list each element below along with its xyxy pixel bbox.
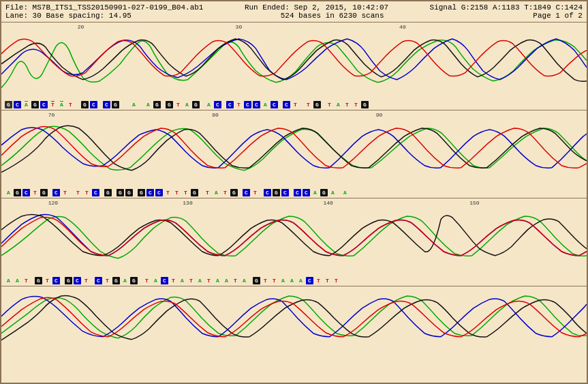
base: T [172,188,181,197]
base: C [52,188,61,197]
seq-row-3: A A T G T C G C T C T G A G T A C [1,276,587,286]
base: C [213,100,222,109]
base: C [73,276,82,285]
base: T [291,100,300,109]
ruler-1: 20 30 40 [1,24,587,33]
base: A [4,276,13,285]
base: A [178,276,187,285]
base: A [213,276,222,285]
base: C [22,188,31,197]
app-container: File: MS7B_ITS1_TSS20150901-027-0199_B04… [0,0,588,384]
base: G [116,188,125,197]
base: G [64,276,73,285]
seq-row-2: A G C T G C T T T C G G G G C C [1,188,587,198]
file-label: File: MS7B_ITS1_TSS20150901-027-0199_B04… [5,3,203,12]
tick-20: 20 [78,24,84,30]
base: T [221,188,230,197]
base: T [74,188,82,197]
base: C [146,188,155,197]
base: T [204,276,213,285]
header: File: MS7B_ITS1_TSS20150901-027-0199_B04… [1,1,587,23]
page-label: Page 1 of 2 [533,12,583,20]
base: T [66,100,75,109]
base: C [40,100,48,109]
base: G [34,276,43,285]
base: A [328,188,337,197]
base: A [261,100,270,109]
base: T [174,100,183,109]
base: G [13,188,22,197]
base: T [251,188,260,197]
base: C [155,188,164,197]
tick-40: 40 [399,24,406,30]
tick-150: 150 [469,200,479,206]
chromatogram-4 [1,289,587,351]
chromatogram-3 [1,209,587,271]
base: A [129,100,138,109]
base: T [169,276,178,285]
base: A [4,188,13,197]
base: T [142,276,151,285]
base: T [323,276,332,285]
base: G [191,100,200,109]
tick-140: 140 [323,200,332,206]
tick-80: 80 [212,112,219,118]
base: G [360,100,369,109]
run-label: Run Ended: Sep 2, 2015, 10:42:07 [245,3,388,12]
base: T [181,188,190,197]
base: T [203,188,212,197]
base: C [281,188,290,197]
panel-4 [1,286,587,374]
base: G [125,188,134,197]
seq-row-1: G C A G C T A T G C C G A A G G [1,100,587,110]
base: T [234,100,243,109]
base: A [144,100,153,109]
header-row-1: File: MS7B_ITS1_TSS20150901-027-0199_B04… [5,3,583,12]
base: A [296,276,305,285]
base: T [304,100,313,109]
base: A [222,276,231,285]
base: T [48,100,57,109]
base: T [31,188,40,197]
base: C [252,100,261,109]
base: T [352,100,360,109]
base: C [282,100,291,109]
base: T [82,188,91,197]
chromatogram-1 [1,33,587,95]
base: A [13,276,22,285]
base: T [43,276,52,285]
tick-30: 30 [236,24,243,30]
base: G [313,100,322,109]
base: C [226,100,234,109]
base: G [230,188,238,197]
base: A [212,188,221,197]
base: A [204,100,213,109]
base: G [4,100,13,109]
ruler-3: 120 130 140 150 [1,200,587,209]
tick-90: 90 [376,112,383,118]
base: T [343,100,352,109]
base: G [40,188,48,197]
base: G [190,188,199,197]
base: G [104,188,112,197]
base: G [272,188,281,197]
base: C [91,188,100,197]
ruler-2: 70 80 90 [1,112,587,121]
base: C [243,100,252,109]
base: A [121,276,129,285]
base: T [270,276,279,285]
base: C [102,100,111,109]
base: G [252,276,261,285]
base: A [196,276,204,285]
base: C [13,100,22,109]
base: C [305,276,314,285]
base: T [261,276,270,285]
base: A [341,188,350,197]
base: C [270,100,279,109]
base: A [311,188,320,197]
base: T [164,188,172,197]
base: A [334,100,343,109]
base: C [52,276,61,285]
panel-3: 120 130 140 150 A A T G T C G [1,198,587,286]
lane-label: Lane: 30 Base spacing: 14.95 [5,12,131,20]
